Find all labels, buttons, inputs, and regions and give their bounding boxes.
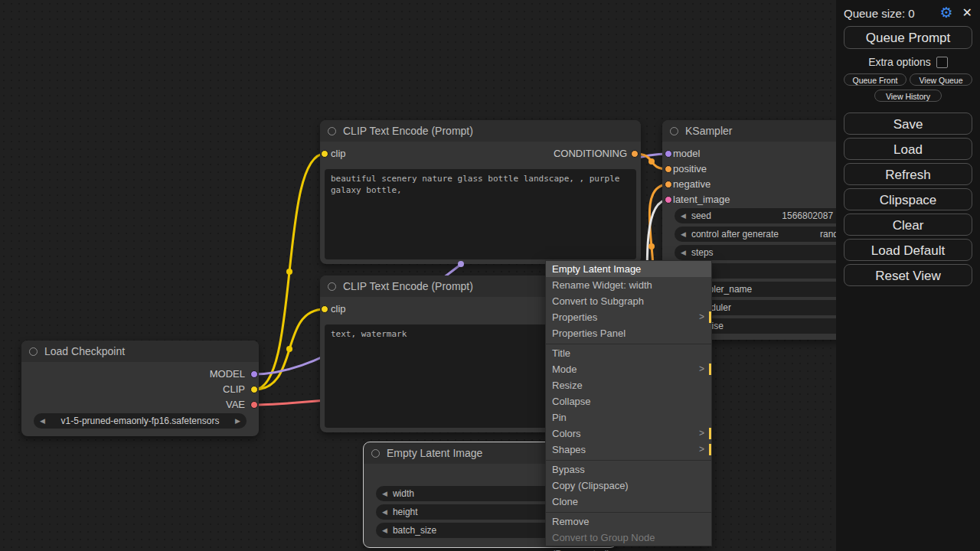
submenu-highlight-bar (709, 428, 711, 439)
menu-item-properties-panel[interactable]: Properties Panel (546, 325, 711, 341)
steps-label: steps (691, 247, 714, 258)
widget-prev-icon[interactable]: ◀ (382, 527, 387, 534)
extra-options-checkbox[interactable] (936, 57, 948, 68)
input-label-negative: negative (673, 178, 710, 191)
ckpt-name-widget[interactable]: ◀ v1-5-pruned-emaonly-fp16.safetensors ▶ (34, 413, 247, 429)
menu-title-empty-latent-image[interactable]: Empty Latent Image (546, 261, 711, 277)
menu-item-remove[interactable]: Remove (546, 514, 711, 530)
widget-prev-icon[interactable]: ◀ (382, 508, 387, 516)
node-title: Empty Latent Image (387, 447, 482, 459)
steps-widget[interactable]: ◀ steps (675, 245, 849, 260)
refresh-button[interactable]: Refresh (844, 163, 972, 185)
node-context-menu: Empty Latent Image Rename Widget: width … (545, 260, 712, 546)
seed-widget[interactable]: ◀ seed 1566802087 ▶ (675, 208, 849, 223)
queue-prompt-button[interactable]: Queue Prompt (844, 26, 972, 49)
node-title: CLIP Text Encode (Prompt) (343, 125, 473, 137)
menu-item-convert-to-group-node[interactable]: Convert to Group Node (Deprecated) (546, 530, 711, 546)
queue-front-button[interactable]: Queue Front (844, 73, 906, 86)
menu-item-clone[interactable]: Clone (546, 494, 711, 510)
comfyui-menu-panel: Queue size: 0 ⚙ ✕ Queue Prompt Extra opt… (836, 0, 980, 551)
input-label-clip: clip (331, 148, 346, 160)
widget-prev-icon[interactable]: ◀ (681, 230, 686, 238)
collapse-dot-icon[interactable] (371, 449, 380, 458)
input-label-latent-image: latent_image (673, 194, 730, 206)
widget-prev-icon[interactable]: ◀ (681, 212, 686, 220)
output-label-vae: VAE (226, 399, 245, 411)
batch-size-label: batch_size (393, 525, 436, 536)
extra-options-label: Extra options (868, 56, 931, 68)
control-after-generate-widget[interactable]: ◀ control after generate rand (675, 227, 849, 242)
load-default-button[interactable]: Load Default (844, 239, 972, 261)
menu-item-rename-widget[interactable]: Rename Widget: width (546, 277, 711, 293)
submenu-arrow-icon: > (699, 361, 704, 377)
wire-clip-to-negative-prompt (254, 309, 325, 390)
clipspace-button[interactable]: Clipspace (844, 188, 972, 210)
collapse-dot-icon[interactable] (328, 127, 336, 135)
width-label: width (393, 488, 414, 499)
output-label-conditioning: CONDITIONING (554, 148, 627, 160)
collapse-dot-icon[interactable] (328, 282, 336, 291)
positive-prompt-textarea[interactable]: beautiful scenery nature glass bottle la… (325, 169, 636, 259)
menu-separator (546, 510, 711, 513)
node-graph-canvas[interactable]: Load Checkpoint MODEL CLIP VAE ◀ v1-5-pr… (0, 0, 980, 551)
node-title: KSampler (685, 125, 732, 137)
widget-prev-icon[interactable]: ◀ (40, 417, 45, 425)
save-button[interactable]: Save (844, 112, 972, 135)
menu-item-shapes[interactable]: Shapes > (546, 442, 711, 458)
node-load-checkpoint[interactable]: Load Checkpoint MODEL CLIP VAE ◀ v1-5-pr… (21, 341, 259, 436)
clear-button[interactable]: Clear (844, 214, 972, 236)
menu-item-bypass[interactable]: Bypass (546, 461, 711, 478)
collapse-dot-icon[interactable] (29, 347, 38, 356)
height-label: height (393, 507, 418, 517)
menu-item-resize[interactable]: Resize (546, 377, 711, 393)
wire-clip-to-positive-prompt (254, 154, 325, 390)
menu-item-mode[interactable]: Mode > (546, 361, 711, 377)
menu-item-properties[interactable]: Properties > (546, 309, 711, 325)
link-midpoint-dot (648, 158, 655, 165)
ckpt-name-value: v1-5-pruned-emaonly-fp16.safetensors (61, 416, 220, 426)
view-history-button[interactable]: View History (874, 90, 942, 102)
menu-item-colors[interactable]: Colors > (546, 425, 711, 442)
node-title: Load Checkpoint (44, 345, 125, 357)
widget-next-icon[interactable]: ▶ (235, 417, 240, 425)
node-ksampler-header[interactable]: KSampler (662, 120, 861, 142)
link-midpoint-dot (286, 346, 292, 352)
menu-item-pin[interactable]: Pin (546, 409, 711, 425)
menu-item-convert-to-subgraph[interactable]: Convert to Subgraph (546, 293, 711, 309)
menu-separator (546, 341, 711, 344)
menu-item-title[interactable]: Title (546, 345, 711, 361)
output-label-model: MODEL (210, 368, 245, 380)
node-load-checkpoint-header[interactable]: Load Checkpoint (21, 341, 259, 362)
link-midpoint-dot (286, 269, 292, 275)
queue-size-label: Queue size: 0 (844, 7, 940, 20)
menu-item-copy-clipspace[interactable]: Copy (Clipspace) (546, 478, 711, 494)
submenu-highlight-bar (709, 311, 711, 323)
node-title: CLIP Text Encode (Prompt) (343, 280, 473, 292)
seed-value: 1566802087 (782, 210, 833, 221)
input-label-clip: clip (331, 303, 346, 315)
submenu-highlight-bar (709, 364, 711, 375)
widget-prev-icon[interactable]: ◀ (382, 490, 387, 497)
view-queue-button[interactable]: View Queue (910, 73, 972, 86)
submenu-arrow-icon: > (699, 442, 704, 458)
widget-prev-icon[interactable]: ◀ (681, 249, 686, 256)
node-clip-positive-header[interactable]: CLIP Text Encode (Prompt) (320, 120, 641, 142)
seed-label: seed (691, 210, 711, 221)
output-label-clip: CLIP (223, 383, 245, 396)
input-label-model: model (673, 148, 700, 160)
submenu-highlight-bar (709, 444, 711, 455)
submenu-arrow-icon: > (699, 309, 704, 325)
reset-view-button[interactable]: Reset View (844, 264, 972, 286)
load-button[interactable]: Load (844, 138, 972, 160)
link-midpoint-dot (648, 243, 655, 249)
close-icon[interactable]: ✕ (962, 7, 972, 19)
menu-separator (546, 458, 711, 461)
control-after-generate-label: control after generate (691, 229, 779, 240)
submenu-arrow-icon: > (699, 425, 704, 442)
menu-item-collapse[interactable]: Collapse (546, 393, 711, 409)
collapse-dot-icon[interactable] (670, 127, 678, 135)
node-clip-text-encode-positive[interactable]: CLIP Text Encode (Prompt) clip CONDITION… (320, 120, 641, 264)
settings-gear-icon[interactable]: ⚙ (940, 6, 953, 20)
input-label-positive: positive (673, 163, 707, 175)
